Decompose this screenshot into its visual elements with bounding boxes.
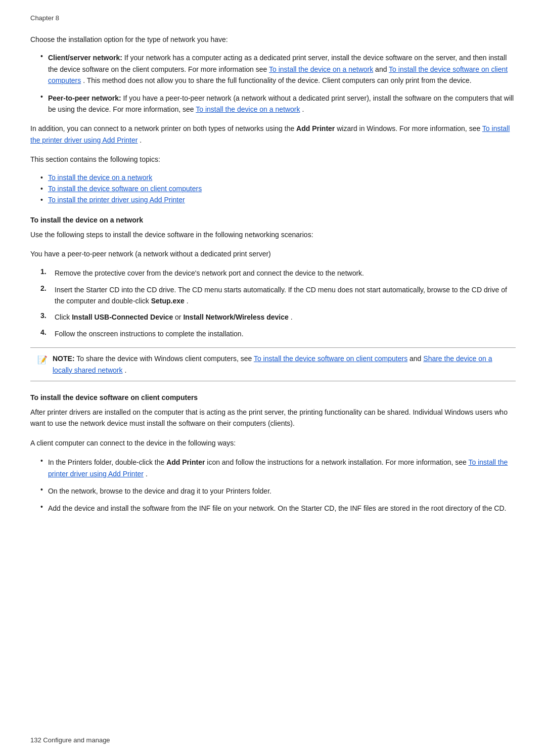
section2-bullet-3: Add the device and install the software … [30,503,516,514]
install-network-label: Install Network/Wireless device [183,313,288,321]
section1-para1: Use the following steps to install the d… [30,229,516,240]
peer-end: . [302,105,304,113]
section2-bullet-1-content: In the Printers folder, double-click the… [48,457,516,479]
topic-item-3: To install the printer driver using Add … [30,196,516,204]
section2-para1: After printer drivers are installed on t… [30,407,516,429]
topics-intro: This section contains the following topi… [30,154,516,165]
bullet-peer-to-peer: Peer-to-peer network: If you have a peer… [30,93,516,115]
note-content: NOTE: To share the device with Windows c… [53,353,509,376]
s2b1-end: . [146,470,148,478]
section2-bullet-2-content: On the network, browse to the device and… [48,485,271,497]
bullet-client-server-content: Client/server network: If your network h… [48,52,516,86]
section2-bullets: In the Printers folder, double-click the… [30,457,516,514]
step-4-content: Follow the onscreen instructions to comp… [55,328,244,339]
step-2-content: Insert the Starter CD into the CD drive.… [55,284,516,307]
numbered-steps-list: 1. Remove the protective cover from the … [30,268,516,339]
step-2: 2. Insert the Starter CD into the CD dri… [30,284,516,307]
note-end: . [124,366,126,374]
section2-para2: A client computer can connect to the dev… [30,437,516,449]
section2-bullet-1: In the Printers folder, double-click the… [30,457,516,479]
note-icon: 📝 [37,353,48,367]
add-printer-end: . [140,136,142,144]
add-printer-text1: In addition, you can connect to a networ… [30,124,296,132]
step-2-num: 2. [40,284,50,292]
client-server-end: . This method does not allow you to shar… [83,76,472,84]
note-mid: and [410,354,423,363]
footer-label: Configure and manage [43,736,110,744]
step-3: 3. Click Install USB-Connected Device or… [30,312,516,323]
topic-item-2: To install the device software on client… [30,185,516,193]
note-label: NOTE: [53,354,75,363]
step-4-num: 4. [40,328,50,336]
step-3-or: or [175,313,183,321]
link-install-device-network-2[interactable]: To install the device on a network [196,105,300,113]
section2-bullet-3-content: Add the device and install the software … [48,503,507,514]
bullet-client-server: Client/server network: If your network h… [30,52,516,86]
note-text1: To share the device with Windows client … [76,354,254,363]
note-box: 📝 NOTE: To share the device with Windows… [30,347,516,381]
s2b1-text2: icon and follow the instructions for a n… [207,458,468,466]
client-server-label: Client/server network: [48,54,122,62]
step-4: 4. Follow the onscreen instructions to c… [30,328,516,339]
intro-text: Choose the installation option for the t… [30,35,228,43]
step-3-content: Click Install USB-Connected Device or In… [55,312,293,323]
link-install-device-network-1[interactable]: To install the device on a network [269,65,373,73]
add-printer-section: In addition, you can connect to a networ… [30,123,516,146]
link-topic-1[interactable]: To install the device on a network [48,173,152,182]
link-install-software-client-note[interactable]: To install the device software on client… [254,354,407,363]
page-footer: 132 Configure and manage [30,736,110,744]
install-usb-label: Install USB-Connected Device [72,313,173,321]
step-2-end: . [187,297,189,305]
section2-heading: To install the device software on client… [30,393,516,402]
step-3-end: . [291,313,293,321]
network-types-list: Client/server network: If your network h… [30,52,516,115]
chapter-label: Chapter 8 [30,14,59,22]
link-topic-2[interactable]: To install the device software on client… [48,185,202,193]
client-server-mid: and [375,65,389,73]
step-1-num: 1. [40,268,50,276]
step-3-text1: Click [55,313,72,321]
s2b1-text1: In the Printers folder, double-click the [48,458,166,466]
intro-paragraph: Choose the installation option for the t… [30,34,516,45]
topics-list: To install the device on a network To in… [30,173,516,204]
bullet-peer-content: Peer-to-peer network: If you have a peer… [48,93,516,115]
section1-para2: You have a peer-to-peer network (a netwo… [30,248,516,259]
section2-bullet-2: On the network, browse to the device and… [30,485,516,497]
section1-heading: To install the device on a network [30,216,516,224]
link-topic-3[interactable]: To install the printer driver using Add … [48,196,185,204]
add-printer-text2: wizard in Windows. For more information,… [337,124,482,132]
add-bold: Add Printer [296,124,335,132]
step-2-text: Insert the Starter CD into the CD drive.… [55,286,507,305]
topic-item-1: To install the device on a network [30,173,516,182]
page-number: 132 [30,736,41,744]
add-printer-bold: Add Printer [166,458,205,466]
setup-exe: Setup.exe [151,297,185,305]
step-1-content: Remove the protective cover from the dev… [55,268,364,279]
peer-label: Peer-to-peer network: [48,94,121,102]
step-3-num: 3. [40,312,50,320]
chapter-header: Chapter 8 [30,14,516,22]
step-1: 1. Remove the protective cover from the … [30,268,516,279]
